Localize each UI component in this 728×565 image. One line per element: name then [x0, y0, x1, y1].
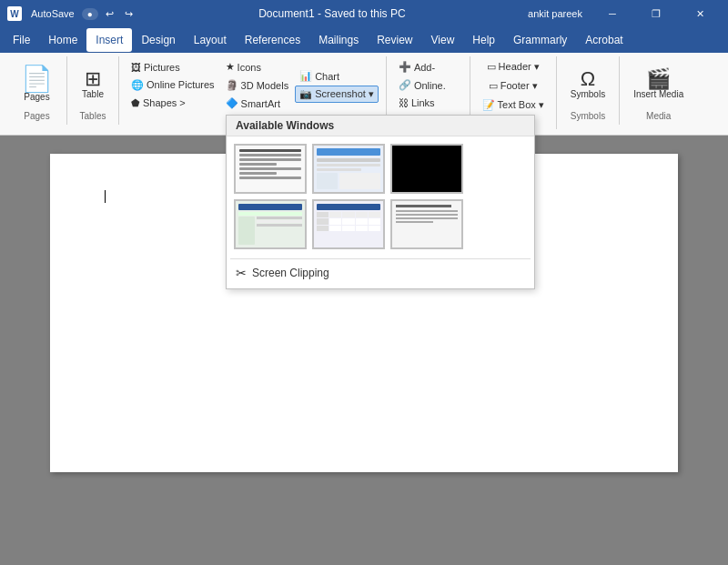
smartart-button[interactable]: 🔷 SmartArt [221, 95, 294, 112]
textbox-label: Text Box ▾ [498, 99, 544, 111]
dropdown-divider [230, 258, 531, 259]
tables-group-label: Tables [80, 111, 106, 121]
pictures-button[interactable]: 🖼 Pictures [126, 59, 219, 76]
text-cursor [105, 190, 106, 203]
links-button[interactable]: ⛓ Links [394, 95, 462, 111]
title-bar: W AutoSave ● ↩ ↪ Document1 - Saved to th… [0, 0, 728, 27]
footer-label: Footer ▾ [500, 80, 538, 92]
online-icon: 🔗 [399, 79, 411, 91]
online-button[interactable]: 🔗 Online. [394, 76, 462, 94]
online-pictures-button[interactable]: 🌐 Online Pictures [126, 76, 219, 94]
pages-group-label: Pages [24, 111, 49, 121]
document-title: Document1 - Saved to this PC [136, 7, 528, 20]
user-name: ankit pareek [528, 8, 582, 19]
symbols-label: Symbols [571, 89, 605, 99]
addins-button[interactable]: ➕ Add- [394, 58, 462, 76]
thumbnail-4[interactable] [234, 199, 307, 249]
textbox-icon: 📝 [482, 99, 495, 111]
symbols-icon: Ω [581, 69, 595, 89]
table-label: Table [82, 89, 104, 99]
title-bar-left: W AutoSave ● ↩ ↪ [7, 6, 136, 22]
menu-layout[interactable]: Layout [185, 28, 236, 52]
thumbnail-2[interactable] [312, 144, 385, 194]
menu-mailings[interactable]: Mailings [309, 28, 368, 52]
shapes-icon: ⬟ [131, 97, 140, 109]
links-icon: ⛓ [399, 97, 409, 108]
icons-icon: ★ [226, 61, 235, 73]
word-app-icon: W [7, 6, 22, 21]
pages-icon: 📄 [21, 66, 53, 92]
thumbnail-6[interactable] [390, 199, 463, 249]
thumbnail-3[interactable] [390, 144, 463, 194]
menu-insert[interactable]: Insert [86, 28, 132, 52]
menu-help[interactable]: Help [463, 28, 504, 52]
title-bar-tools: AutoSave ● ↩ ↪ [27, 6, 136, 22]
textbox-button[interactable]: 📝 Text Box ▾ [478, 96, 549, 114]
smartart-label: SmartArt [241, 98, 280, 109]
undo-button[interactable]: ↩ [102, 6, 117, 22]
screenshot-icon: 📷 [299, 88, 312, 100]
restore-button[interactable]: ❐ [635, 0, 677, 27]
illustrations-small-group3: 📊 Chart 📷 Screenshot ▾ [295, 67, 379, 103]
header-button[interactable]: ▭ Header ▾ [482, 58, 544, 76]
menu-references[interactable]: References [236, 28, 309, 52]
insert-media-icon: 🎬 [646, 69, 671, 89]
media-group-label: Media [646, 111, 671, 121]
footer-button[interactable]: ▭ Footer ▾ [484, 77, 542, 95]
autosave-toggle[interactable]: ● [82, 8, 98, 20]
insert-media-label: Insert Media [633, 89, 683, 99]
screen-clipping-button[interactable]: ✂ Screen Clipping [227, 261, 534, 285]
symbols-group-label: Symbols [571, 111, 605, 121]
pictures-label: Pictures [144, 62, 180, 73]
thumbnail-5[interactable] [312, 199, 385, 249]
ribbon-group-tables: ⊞ Table Tables [67, 56, 119, 125]
illustrations-small-group: 🖼 Pictures 🌐 Online Pictures ⬟ Shapes > [126, 59, 219, 112]
menu-design[interactable]: Design [132, 28, 184, 52]
shapes-label: Shapes > [143, 97, 186, 108]
links-label: Links [411, 97, 435, 108]
autosave-label: AutoSave [27, 6, 78, 21]
addins-label: Add- [414, 62, 435, 73]
pages-label: Pages [24, 92, 49, 102]
online-label: Online. [414, 80, 446, 91]
screenshot-button[interactable]: 📷 Screenshot ▾ [295, 86, 379, 103]
menu-grammarly[interactable]: Grammarly [504, 28, 576, 52]
menu-review[interactable]: Review [368, 28, 421, 52]
ribbon-group-pages: 📄 Pages Pages [7, 56, 67, 125]
menu-file[interactable]: File [4, 28, 39, 52]
header-icon: ▭ [487, 61, 496, 73]
ribbon-group-media: 🎬 Insert Media Media [620, 56, 697, 125]
chart-label: Chart [315, 71, 339, 82]
chart-icon: 📊 [299, 70, 312, 82]
icons-button[interactable]: ★ Icons [221, 58, 294, 76]
menu-view[interactable]: View [422, 28, 464, 52]
table-icon: ⊞ [85, 69, 101, 89]
redo-button[interactable]: ↪ [121, 6, 136, 22]
ribbon: 📄 Pages Pages ⊞ Table Tables 🖼 [0, 53, 728, 136]
thumbnail-grid [227, 136, 534, 257]
ribbon-group-symbols: Ω Symbols Symbols [557, 56, 620, 125]
menu-bar: File Home Insert Design Layout Reference… [0, 27, 728, 53]
addins-icon: ➕ [399, 61, 411, 73]
screen-clipping-label: Screen Clipping [252, 267, 329, 279]
pictures-icon: 🖼 [131, 62, 141, 73]
3d-models-button[interactable]: 🗿 3D Models [221, 76, 294, 94]
chart-button[interactable]: 📊 Chart [295, 67, 379, 85]
insert-media-button[interactable]: 🎬 Insert Media [627, 58, 690, 109]
icons-label: Icons [238, 62, 261, 73]
illustrations-small-group2: ★ Icons 🗿 3D Models 🔷 SmartArt [221, 58, 294, 112]
menu-acrobat[interactable]: Acrobat [576, 28, 632, 52]
smartart-icon: 🔷 [226, 97, 238, 109]
pages-button[interactable]: 📄 Pages [15, 58, 59, 109]
header-label: Header ▾ [499, 61, 540, 73]
symbols-button[interactable]: Ω Symbols [564, 58, 612, 109]
online-pictures-label: Online Pictures [147, 79, 215, 90]
menu-home[interactable]: Home [39, 28, 86, 52]
minimize-button[interactable]: ─ [592, 0, 633, 27]
close-button[interactable]: ✕ [679, 0, 721, 27]
thumbnail-1[interactable] [234, 144, 307, 194]
table-button[interactable]: ⊞ Table [75, 58, 111, 109]
shapes-button[interactable]: ⬟ Shapes > [126, 95, 219, 112]
online-pictures-icon: 🌐 [131, 79, 144, 91]
screenshot-label: Screenshot ▾ [315, 88, 374, 100]
